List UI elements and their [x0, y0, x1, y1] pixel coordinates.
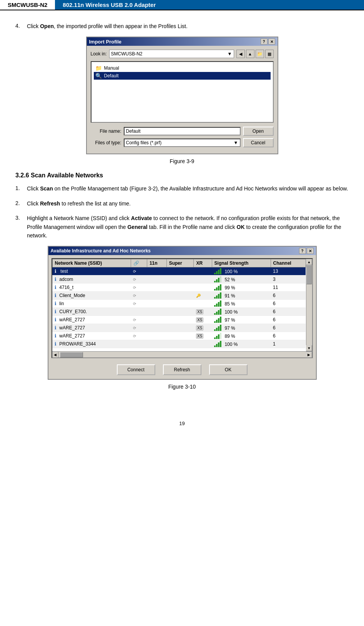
step-2-bold: Refresh [40, 200, 60, 207]
ssid-value: Client_Mode [59, 293, 85, 298]
ssid-value: 4716_t [59, 285, 73, 290]
up-button[interactable]: ▲ [246, 50, 254, 58]
step-3-bold2: General [127, 224, 147, 230]
open-button[interactable]: Open [243, 127, 274, 136]
network-icon: ℹ [55, 285, 57, 290]
table-row[interactable]: ℹ adcom ⟳ 52 % 3 [52, 275, 306, 284]
col-signal: Signal Strength [212, 259, 271, 267]
cell-11n [147, 324, 166, 332]
table-header-row: Network Name (SSID) 🔗 11n Super XR Signa… [52, 259, 306, 267]
cell-xr: XS [194, 308, 212, 316]
look-in-dropdown-icon: ▼ [228, 51, 232, 57]
table-row[interactable]: ℹ wARE_2727 ⟳ XS 89 % 6 [52, 332, 306, 340]
vertical-scrollbar[interactable]: ▲ ▼ [306, 259, 312, 351]
ssid-value: wARE_2727 [59, 325, 85, 331]
filename-input[interactable] [124, 127, 241, 135]
cancel-button[interactable]: Cancel [243, 138, 274, 147]
cell-xr: XS [194, 324, 212, 332]
step-2: 2. Click Refresh to refresh the list at … [15, 199, 349, 208]
scroll-thumb[interactable] [306, 265, 312, 284]
scroll-down-arrow[interactable]: ▼ [306, 345, 312, 351]
cell-wifi: ⟳ [131, 332, 147, 340]
cell-ssid: ℹ Client_Mode [52, 292, 131, 300]
cell-11n [147, 292, 166, 300]
table-row[interactable]: ℹ PROWARE_3344 100 % 1 [52, 340, 306, 348]
step-3: 3. Highlight a Network Name (SSID) and c… [15, 214, 349, 240]
step-1: 1. Click Scan on the Profile Management … [15, 184, 349, 193]
cell-xr: 🔑 [194, 292, 212, 300]
import-dialog-title: Import Profile [89, 39, 122, 45]
step-4-bold: Open [40, 23, 54, 29]
signal-value: 99 % [224, 285, 235, 290]
cell-wifi: ⟳ [131, 275, 147, 284]
file-list-area[interactable]: 📁 Manual 🔍 Default [91, 61, 274, 123]
back-button[interactable]: ◀ [236, 50, 245, 58]
connection-icon: ⟳ [133, 294, 136, 298]
connection-icon: ⟳ [133, 269, 136, 274]
ssid-value: CURY_E700. [59, 309, 87, 314]
table-row[interactable]: ℹ CURY_E700. XS 100 % 6 [52, 308, 306, 316]
cell-xr [194, 284, 212, 292]
connect-button[interactable]: Connect [117, 364, 155, 375]
step-2-text: Click Refresh to refresh the list at any… [27, 199, 349, 208]
cell-11n [147, 275, 166, 284]
cell-super [166, 332, 194, 340]
cell-wifi [131, 340, 147, 348]
table-row[interactable]: ℹ Client_Mode ⟳ 🔑 91 % 6 [52, 292, 306, 300]
networks-table-container: Network Name (SSID) 🔗 11n Super XR Signa… [52, 258, 313, 358]
cell-signal: 100 % [212, 308, 271, 316]
table-row[interactable]: ℹ wARE_2727 ⟳ XS 97 % 6 [52, 324, 306, 332]
horizontal-scrollbar[interactable]: ◀ ▶ [52, 351, 312, 357]
connection-icon: ⟳ [133, 334, 136, 338]
folder-icon: 📁 [95, 65, 102, 71]
xr-icon: 🔑 [196, 294, 201, 298]
step-2-before: Click [27, 200, 40, 207]
step-4-text-after: , the imported profile will then appear … [54, 23, 188, 29]
filetype-select[interactable]: Config files (*.prf) ▼ [124, 139, 241, 147]
xs-badge: XS [196, 309, 203, 314]
ssid-value: wARE_2727 [59, 317, 85, 322]
ssid-value: PROWARE_3344 [59, 341, 96, 347]
h-scroll-track [58, 352, 306, 357]
network-icon: ℹ [55, 317, 57, 322]
cell-wifi [131, 308, 147, 316]
help-button[interactable]: ? [261, 38, 268, 45]
table-row[interactable]: ℹ test ⟳ 100 % 13 [52, 267, 306, 275]
file-item-default[interactable]: 🔍 Default [94, 72, 271, 80]
table-row[interactable]: ℹ 4716_t ⟳ 99 % 11 [52, 284, 306, 292]
networks-close-button[interactable]: ✕ [307, 248, 314, 254]
cell-wifi: ⟳ [131, 316, 147, 324]
ok-button[interactable]: OK [209, 364, 248, 375]
cell-11n [147, 308, 166, 316]
scroll-right-arrow[interactable]: ▶ [306, 352, 312, 358]
cell-wifi: ⟳ [131, 324, 147, 332]
cell-channel: 11 [271, 284, 306, 292]
page-header: SMCWUSB-N2 802.11n Wireless USB 2.0 Adap… [0, 0, 364, 10]
import-dialog-titlebar: Import Profile ? ✕ [87, 37, 278, 46]
scroll-left-arrow[interactable]: ◀ [52, 352, 58, 358]
table-row[interactable]: ℹ lin ⟳ 85 % 6 [52, 300, 306, 308]
cell-11n [147, 340, 166, 348]
network-icon: ℹ [55, 301, 57, 306]
h-scroll-thumb[interactable] [60, 352, 83, 357]
network-icon: ℹ [55, 277, 57, 282]
cell-11n [147, 316, 166, 324]
signal-bars [214, 309, 222, 315]
cell-channel: 6 [271, 332, 306, 340]
connection-icon: ⟳ [133, 277, 136, 282]
look-in-select[interactable]: SMCWUSB-N2 ▼ [109, 50, 234, 58]
cell-ssid: ℹ adcom [52, 275, 131, 284]
file-item-manual[interactable]: 📁 Manual [94, 64, 271, 72]
table-row[interactable]: ℹ wARE_2727 ⟳ XS 97 % 6 [52, 316, 306, 324]
networks-help-button[interactable]: ? [299, 248, 306, 254]
cell-signal: 52 % [212, 275, 271, 284]
scroll-up-arrow[interactable]: ▲ [306, 259, 312, 265]
cell-11n [147, 300, 166, 308]
refresh-button[interactable]: Refresh [163, 364, 201, 375]
close-button[interactable]: ✕ [268, 38, 275, 45]
import-profile-dialog: Import Profile ? ✕ Look in: SMCWUSB-N2 ▼… [86, 37, 278, 154]
view-button[interactable]: ▦ [265, 50, 274, 58]
table-scroll-area: Network Name (SSID) 🔗 11n Super XR Signa… [52, 259, 312, 351]
networks-dialog: Available Infrastructure and Ad Hoc Netw… [48, 246, 317, 380]
new-folder-button[interactable]: 📁 [256, 50, 264, 58]
